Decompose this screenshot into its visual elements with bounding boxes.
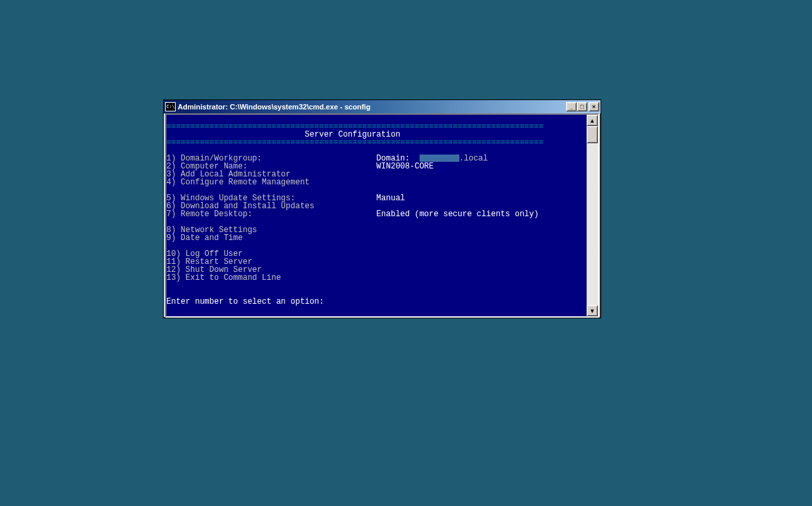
scroll-up-button[interactable]: ▲ [587,115,598,126]
minimize-button[interactable]: _ [566,102,577,111]
rule-bottom: ========================================… [166,138,544,147]
window-controls: _ □ × [566,102,599,111]
console-area: ========================================… [165,113,599,318]
menu-item-13: 13) Exit to Command Line [166,273,377,283]
menu-item-4: 4) Configure Remote Management [166,178,377,187]
console-output[interactable]: ========================================… [166,115,587,316]
window-title: Administrator: C:\Windows\system32\cmd.e… [178,103,566,111]
menu-value-2: WIN2008-CORE [377,162,434,171]
scroll-down-button[interactable]: ▼ [587,305,598,316]
vertical-scrollbar: ▲ ▼ [587,115,598,316]
prompt-label: Enter number to select an option: [166,297,324,306]
cmd-icon: C:\ [165,102,176,111]
maximize-button[interactable]: □ [577,102,587,111]
cmd-window: C:\ Administrator: C:\Windows\system32\c… [163,99,601,318]
titlebar[interactable]: C:\ Administrator: C:\Windows\system32\c… [164,100,601,113]
scroll-thumb[interactable] [587,126,598,143]
redacted-domain [420,155,459,162]
menu-value-5: Manual [377,194,405,203]
close-button[interactable]: × [589,102,599,111]
scroll-track[interactable] [587,126,598,305]
menu-value-1-suffix: .local [459,154,488,163]
menu-item-7: 7) Remote Desktop: [166,210,377,219]
menu-item-9: 9) Date and Time [166,233,377,243]
menu-value-7: Enabled (more secure clients only) [377,210,539,219]
